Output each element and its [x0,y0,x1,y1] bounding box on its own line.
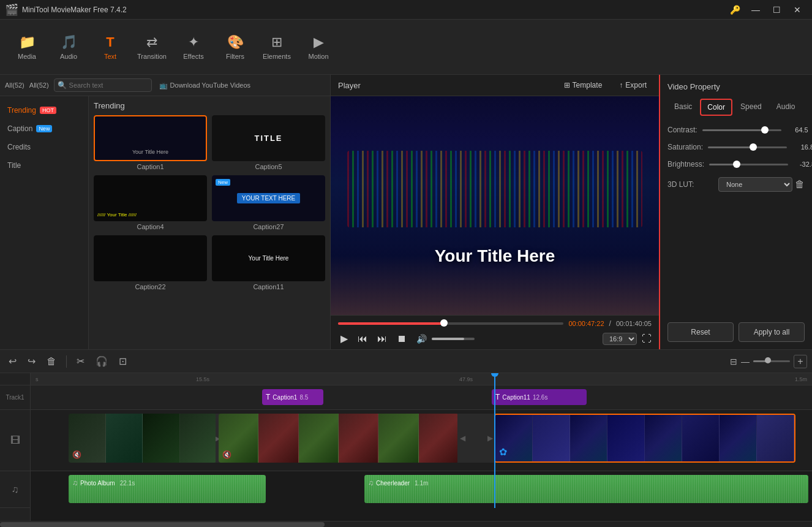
frame [682,415,720,461]
stop-button[interactable]: ⏹ [394,332,409,346]
list-item[interactable]: TITLE Caption5 [212,115,325,170]
progress-track[interactable] [338,322,563,325]
scrollbar-thumb[interactable] [0,522,325,527]
time-marker-1: 15.5s [196,376,209,382]
tab-speed[interactable]: Speed [734,99,769,116]
zoom-slider[interactable] [753,360,790,362]
thumbnail-caption11[interactable]: Your Title Here [212,235,325,281]
thumbnail-caption1[interactable]: Your Title Here [94,115,207,161]
prev-button[interactable]: ⏮ [355,332,370,346]
crop-button[interactable]: ⊡ [115,353,130,370]
tool-elements[interactable]: ⊞ Elements [257,26,296,69]
tab-audio[interactable]: Audio [770,99,802,116]
undo-button[interactable]: ↩ [5,353,20,370]
fit-icon[interactable]: ⊟ [730,357,737,366]
contrast-slider[interactable] [702,129,781,131]
brightness-value: -32.8 [792,161,812,168]
film-icon: 🎞 [10,435,20,446]
audio-track-row: ♫ Photo Album 22.1s ♫ Cheerleader 1.1m [31,471,812,508]
delete-button[interactable]: 🗑 [43,354,60,370]
cheerleader-duration: 1.1m [415,480,428,487]
panel-buttons: Reset Apply to all [667,313,805,342]
next-button[interactable]: ⏭ [375,332,389,346]
tool-effects[interactable]: ✦ Effects [174,26,213,69]
thumbnail-caption22[interactable] [94,235,207,281]
lut-select[interactable]: None [718,177,792,192]
list-item[interactable]: Caption22 [94,235,207,290]
play-button[interactable]: ▶ [338,332,350,346]
caption1-clip-label: Caption1 [273,394,297,401]
tool-audio[interactable]: 🎵 Audio [49,26,88,69]
timeline-scrollbar[interactable] [0,521,812,527]
thumbnail-caption5[interactable]: TITLE [212,115,325,161]
tab-color[interactable]: Color [700,99,732,116]
video-clip-2[interactable]: 🔇 [219,414,459,463]
list-item[interactable]: New YOUR TEXT HERE Caption27 [212,175,325,230]
progress-thumb[interactable] [440,319,448,327]
nav-caption[interactable]: Caption New [0,119,88,138]
volume-fill [432,338,464,340]
list-item[interactable]: Your Title Here Caption1 [94,115,207,170]
volume-slider[interactable] [432,338,475,340]
tool-filters[interactable]: 🎨 Filters [216,26,255,69]
tool-motion[interactable]: ▶ Motion [299,26,338,69]
thumb-grid: Your Title Here Caption1 TITLE Caption5 [94,115,325,290]
panel-title: Video Property [667,82,805,91]
apply-all-button[interactable]: Apply to all [739,322,805,342]
tab-basic[interactable]: Basic [667,99,699,116]
timeline-toolbar: ↩ ↪ 🗑 ✂ 🎧 ⊡ ⊟ — + [0,350,812,373]
tool-text[interactable]: T Text [91,26,130,69]
left-arrow-icon: ◀ [460,434,465,442]
brightness-slider[interactable] [709,164,788,165]
tool-media-label: Media [18,53,36,60]
cut-button[interactable]: ✂ [73,353,88,370]
template-button[interactable]: ⊞ Template [559,78,607,92]
zoom-out-icon[interactable]: — [741,357,750,366]
caption4-label: Caption4 [94,223,207,230]
list-item[interactable]: ////// Your Title ////// Caption4 [94,175,207,230]
volume-button[interactable]: 🔊 [414,333,429,345]
reset-button[interactable]: Reset [667,322,734,342]
caption-clip-11[interactable]: T Caption11 12.6s [492,389,587,405]
saturation-slider[interactable] [708,146,787,148]
close-button[interactable]: ✕ [788,1,807,18]
audio-detach-button[interactable]: 🎧 [92,353,111,370]
video-clip-3[interactable]: ✿ [494,414,795,463]
caption-track-row: T Caption1 8.5 T Caption11 12.6s [31,385,812,410]
nav-trending[interactable]: Trending HOT [0,101,88,119]
clip2-mute-icon: 🔇 [222,450,231,459]
nav-title[interactable]: Title [0,156,88,175]
list-item[interactable]: Your Title Here Caption11 [212,235,325,290]
fullscreen-button[interactable]: ⛶ [642,333,652,344]
right-arrow-icon-2: ▶ [487,434,493,442]
caption-clip-1[interactable]: T Caption1 8.5 [262,389,323,405]
maximize-button[interactable]: ☐ [767,1,786,18]
tool-filters-label: Filters [226,53,244,60]
tool-transition[interactable]: ⇄ Transition [132,26,171,69]
key-icon[interactable]: 🔑 [725,1,745,18]
download-youtube-button[interactable]: 📺 Download YouTube Videos [159,82,251,89]
search-input[interactable] [54,78,152,92]
audio-clip-photo-album[interactable]: ♫ Photo Album 22.1s [69,475,266,503]
minimize-button[interactable]: — [746,1,765,18]
frame [339,414,378,463]
nav-credits[interactable]: Credits [0,138,88,156]
playhead[interactable] [494,373,495,508]
transition-icon: ⇄ [146,34,157,50]
redo-button[interactable]: ↪ [24,353,39,370]
video-clip-1[interactable]: 🔇 [69,414,217,463]
export-icon: ↑ [619,81,623,89]
export-label: Export [625,81,647,89]
title-label-text: Title [7,161,21,170]
export-button[interactable]: ↑ Export [614,78,652,92]
aspect-ratio-select[interactable]: 16:9 9:16 1:1 4:3 [603,333,637,345]
thumbnail-caption27[interactable]: New YOUR TEXT HERE [212,175,325,221]
lut-delete-icon[interactable]: 🗑 [795,179,805,190]
zoom-add-button[interactable]: + [794,355,807,368]
thumbnail-caption4[interactable]: ////// Your Title ////// [94,175,207,221]
tool-transition-label: Transition [137,53,167,60]
tool-media[interactable]: 📁 Media [7,26,47,69]
progress-bar-container[interactable]: 00:00:47:22 / 00:01:40:05 [338,319,652,328]
audio-clip-cheerleader[interactable]: ♫ Cheerleader 1.1m [364,475,808,503]
search-icon: 🔍 [58,81,67,89]
